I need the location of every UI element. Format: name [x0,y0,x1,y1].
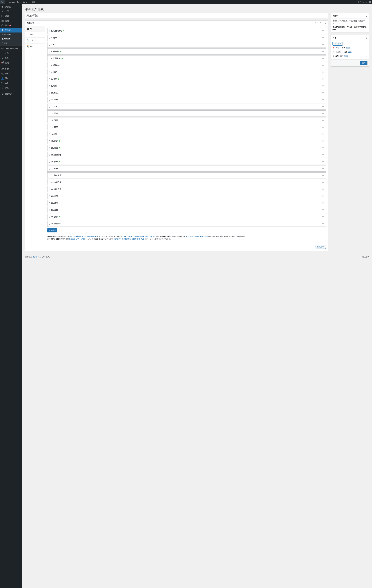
menu-item[interactable]: ▤页面 [0,19,22,23]
submenu-item[interactable]: 所有产品表 [0,32,22,37]
drag-handle-icon[interactable]: ✥ [322,43,324,46]
toggle-icon[interactable]: ▴ [364,35,369,40]
drag-handle-icon[interactable]: ✥ [322,29,324,32]
column-row[interactable]: ❯26.属性✥ [47,200,326,206]
drag-handle-icon[interactable]: ✥ [322,98,324,101]
column-row[interactable]: ❯24.修改日期✥ [47,186,326,192]
drag-handle-icon[interactable]: ✥ [322,84,324,87]
wishsuite-link[interactable]: WishSuite - Wishlist for WooCommerce [69,235,98,237]
wordpress-link[interactable]: WordPress [32,256,41,258]
submenu-item[interactable]: 添加新表单 [0,37,22,41]
drag-handle-icon[interactable]: ✥ [322,133,324,136]
drag-handle-icon[interactable]: ✥ [322,36,324,39]
comments-link[interactable]: 🗨2 [22,0,28,4]
drag-handle-icon[interactable]: ✥ [322,153,324,156]
toggle-icon[interactable]: ▴ [364,13,369,18]
column-row[interactable]: ❯5.产品名称✥ [47,55,326,62]
column-row[interactable]: ❯16.评分✥ [47,131,326,137]
config-tab[interactable]: 🔧工具 [25,38,45,43]
move-up-icon[interactable]: ˄ [354,35,359,40]
drag-handle-icon[interactable]: ✥ [322,181,324,184]
column-row[interactable]: ❯8.分类✥ [47,76,326,82]
submenu-item[interactable]: 许可证 [0,41,22,45]
drag-handle-icon[interactable]: ✥ [322,64,324,67]
edit-status-link[interactable]: 编辑 [346,46,350,49]
move-up-icon[interactable]: ˄ [354,13,359,18]
drag-handle-icon[interactable]: ✥ [322,112,324,115]
column-row[interactable]: ❯23.创建日期✥ [47,179,326,185]
publish-button[interactable]: 发布 [360,61,367,65]
drag-handle-icon[interactable]: ✥ [322,160,324,163]
drag-handle-icon[interactable]: ✥ [322,91,324,94]
menu-item[interactable]: ⊞产品表 [0,28,22,32]
wck-link[interactable]: 自定义帖子类型和自定义字段创建者 - WCK [114,238,145,240]
column-row[interactable]: ❯19.愿望清单✥ [47,152,326,158]
menu-item[interactable]: ◉仪表盘 [0,4,22,9]
drag-handle-icon[interactable]: ✥ [322,126,324,129]
column-row[interactable]: ❯1.检查框标记✥ [47,28,326,34]
menu-item[interactable]: 🖾媒体 [0,14,22,19]
menu-item[interactable]: 🖌外观 [0,67,22,71]
edit-schedule-link[interactable]: 编辑 [344,55,348,57]
drag-handle-icon[interactable]: ✥ [322,139,324,143]
column-row[interactable]: ❯6.简短描述✥ [47,62,326,68]
move-up-icon[interactable]: ˄ [313,21,318,26]
drag-handle-icon[interactable]: ✥ [322,222,324,225]
menu-item[interactable]: ⌂产品 [0,51,22,56]
toggle-icon[interactable]: ▾ [323,21,328,26]
new-content[interactable]: +新建 [28,0,36,4]
move-down-icon[interactable]: ˅ [318,21,323,26]
drag-handle-icon[interactable]: ✥ [322,50,324,53]
save-draft-button[interactable]: 保存草稿 [332,42,343,46]
menu-item[interactable]: 🔧工具 [0,81,22,85]
column-row[interactable]: ❯22.快速查看✥ [47,172,326,178]
column-row[interactable]: ❯12.尺寸✥ [47,104,326,110]
add-column-button[interactable]: 添加新列 [47,228,57,232]
drag-handle-icon[interactable]: ✥ [322,71,324,74]
column-row[interactable]: ❯14.宽度✥ [47,117,326,123]
column-row[interactable]: ❯13.长度✥ [47,110,326,116]
column-row[interactable]: ❯21.比较✥ [47,166,326,172]
drag-handle-icon[interactable]: ✥ [322,174,324,177]
column-row[interactable]: ❯7.描述✥ [47,69,326,75]
column-row[interactable]: ❯9.标签✥ [47,83,326,89]
config-tab[interactable]: ▦列 [25,26,45,32]
menu-item[interactable]: ◀收起菜单 [0,92,22,96]
drag-handle-icon[interactable]: ✥ [322,195,324,198]
menu-item[interactable]: 🔌插件 [0,71,22,76]
column-row[interactable]: ❯10.SKU✥ [47,90,326,96]
menu-item[interactable]: 👤用户 [0,76,22,81]
drag-handle-icon[interactable]: ✥ [322,188,324,191]
column-row[interactable]: ❯11.重量✥ [47,97,326,103]
account-link[interactable]: 您好，admin [357,0,372,4]
config-tab[interactable]: ≡条件 [25,32,45,38]
updates-link[interactable]: ↻2 [16,0,22,4]
drag-handle-icon[interactable]: ✥ [322,201,324,204]
column-row[interactable]: ❯28.操作✥ [47,214,326,220]
column-row[interactable]: ❯17.库存✥ [47,138,326,144]
drag-handle-icon[interactable]: ✥ [322,57,324,60]
column-row[interactable]: ❯3.ID✥ [47,42,326,48]
menu-item[interactable]: ✎文章 [0,9,22,14]
drag-handle-icon[interactable]: ✥ [322,146,324,149]
menu-item[interactable]: 🗨评论2 [0,23,22,28]
move-down-icon[interactable]: ˅ [359,35,364,40]
wp-logo[interactable]: ⓦ [0,0,5,4]
column-row[interactable]: ❯18.价钱✥ [47,145,326,151]
menu-item[interactable]: 📢营销 [0,61,22,65]
drag-handle-icon[interactable]: ✥ [322,208,324,211]
column-row[interactable]: ❯20.数量✥ [47,159,326,165]
column-row[interactable]: ❯29.查看产品✥ [47,220,326,227]
config-tab[interactable]: 🎨设计 [25,43,45,49]
evercompare-link[interactable]: Ever Compare - WooCommerce的产品比较 [123,235,155,237]
column-row[interactable]: ❯15.高度✥ [47,124,326,130]
acf-link[interactable]: 高级自定义字段（ACF） [69,238,87,240]
menu-item[interactable]: ⛭设置 [0,85,22,90]
site-link[interactable]: ⌂waziper [5,0,16,4]
restore-default-button[interactable]: 恢复默认 [316,245,326,249]
drag-handle-icon[interactable]: ✥ [322,215,324,218]
drag-handle-icon[interactable]: ✥ [322,167,324,170]
column-row[interactable]: ❯4.缩略图✥ [47,49,326,54]
yith-link[interactable]: YITH WooCommerce 快速浏览 [185,235,208,237]
menu-item[interactable]: WWooCommerce [0,46,22,51]
